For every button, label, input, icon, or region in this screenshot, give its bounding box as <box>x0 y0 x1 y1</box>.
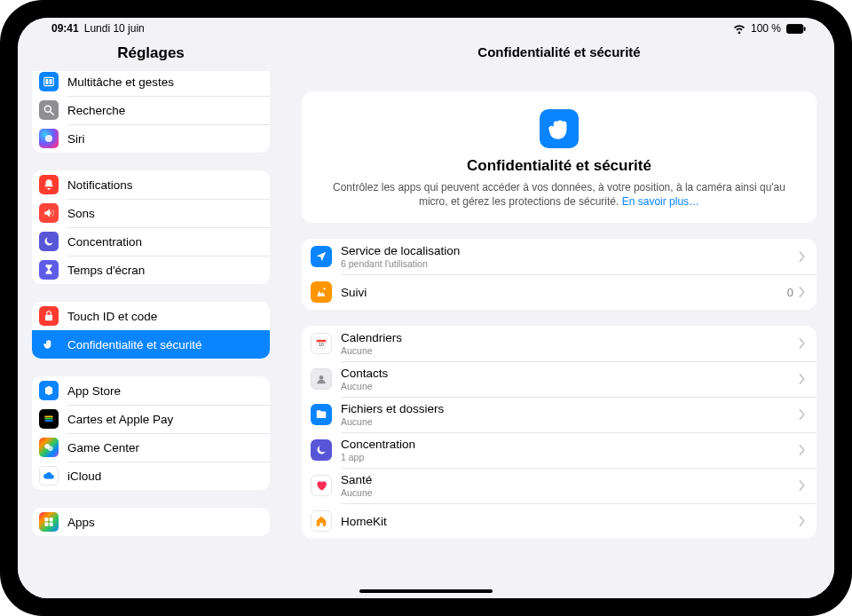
sidebar-item-label: Temps d'écran <box>67 264 145 277</box>
svg-rect-2 <box>44 77 54 85</box>
row-value: 0 <box>787 286 793 299</box>
sidebar-group: Multitâche et gestesRechercheSiri <box>32 71 270 153</box>
svg-rect-0 <box>786 24 802 33</box>
sidebar-item[interactable]: Temps d'écran <box>32 256 270 284</box>
chevron-right-icon <box>799 480 806 491</box>
svg-point-18 <box>323 288 325 290</box>
heart-icon <box>311 475 332 496</box>
folder-icon <box>311 404 332 425</box>
sidebar-item[interactable]: Apps <box>32 508 270 536</box>
hero-desc-text: Contrôlez les apps qui peuvent accéder à… <box>333 181 785 208</box>
appstore-icon <box>39 381 59 400</box>
sidebar-item[interactable]: Game Center <box>32 433 270 462</box>
list-row[interactable]: Fichiers et dossiersAucune <box>302 397 816 432</box>
sidebar-item-label: Sons <box>67 207 95 220</box>
list-row[interactable]: SantéAucune <box>302 468 816 503</box>
home-icon <box>311 510 332 532</box>
sidebar-item[interactable]: Siri <box>32 124 270 153</box>
device-frame: 09:41 Lundi 10 juin 100 % Réglages Multi… <box>0 0 852 616</box>
sidebar-item-label: Multitâche et gestes <box>67 75 174 89</box>
svg-rect-4 <box>50 79 52 84</box>
home-indicator[interactable] <box>359 589 493 593</box>
chevron-right-icon <box>799 516 806 526</box>
sidebar-item[interactable]: Touch ID et code <box>32 302 270 330</box>
row-subtitle: Aucune <box>341 487 799 498</box>
svg-text:10: 10 <box>319 342 324 347</box>
svg-rect-9 <box>44 416 52 418</box>
sidebar-item[interactable]: Multitâche et gestes <box>32 71 270 96</box>
svg-point-7 <box>45 135 52 142</box>
row-subtitle: Aucune <box>341 416 799 427</box>
tracking-icon <box>311 281 332 303</box>
svg-line-6 <box>51 112 54 115</box>
status-bar: 09:41 Lundi 10 juin 100 % <box>18 18 834 39</box>
svg-rect-11 <box>44 420 52 422</box>
row-subtitle: Aucune <box>341 345 799 356</box>
moon-icon <box>311 439 332 461</box>
status-time: 09:41 <box>51 22 79 35</box>
section-location: Service de localisation6 pendant l'utili… <box>302 239 816 310</box>
chevron-right-icon <box>799 445 806 455</box>
siri-icon <box>39 129 59 148</box>
search-icon <box>39 100 59 120</box>
sidebar: Réglages Multitâche et gestesRechercheSi… <box>18 39 284 598</box>
screen: 09:41 Lundi 10 juin 100 % Réglages Multi… <box>18 18 834 598</box>
sidebar-group: NotificationsSonsConcentrationTemps d'éc… <box>32 170 270 284</box>
gamecenter-icon <box>39 438 59 457</box>
contacts-icon <box>311 368 332 390</box>
sidebar-item[interactable]: iCloud <box>32 462 270 490</box>
svg-point-13 <box>48 446 53 451</box>
sidebar-group: Touch ID et codeConfidentialité et sécur… <box>32 302 270 359</box>
sidebar-group: Apps <box>32 508 270 536</box>
row-label: Suivi <box>341 286 787 299</box>
hero-card: Confidentialité et sécurité Contrôlez le… <box>302 91 816 223</box>
sidebar-item[interactable]: Concentration <box>32 227 270 256</box>
main-panel: Confidentialité et sécurité Confidential… <box>284 39 834 598</box>
sidebar-item[interactable]: Cartes et Apple Pay <box>32 405 270 433</box>
sidebar-item-label: Recherche <box>67 104 125 117</box>
sidebar-item-label: Concentration <box>67 235 142 249</box>
sidebar-item-label: iCloud <box>67 470 101 483</box>
sidebar-item-label: App Store <box>67 384 121 398</box>
sidebar-item[interactable]: Notifications <box>32 170 270 199</box>
list-row[interactable]: HomeKit <box>302 503 816 539</box>
chevron-right-icon <box>799 287 806 297</box>
location-icon <box>311 246 332 267</box>
hourglass-icon <box>39 260 59 280</box>
status-battery-text: 100 % <box>751 22 781 35</box>
hand-icon <box>39 335 59 354</box>
main-title: Confidentialité et sécurité <box>284 39 834 68</box>
row-label: Contacts <box>341 367 799 380</box>
list-row[interactable]: ContactsAucune <box>302 361 816 397</box>
apps-icon <box>39 512 59 532</box>
wallet-icon <box>39 409 59 429</box>
cloud-icon <box>39 466 59 486</box>
sidebar-item[interactable]: Recherche <box>32 96 270 124</box>
svg-rect-14 <box>44 517 48 521</box>
row-label: HomeKit <box>341 515 799 528</box>
calendar-icon: 10 <box>311 333 332 354</box>
row-label: Santé <box>341 473 799 486</box>
chevron-right-icon <box>799 409 806 420</box>
list-row[interactable]: Service de localisation6 pendant l'utili… <box>302 239 816 274</box>
sidebar-item-label: Touch ID et code <box>67 310 157 323</box>
sidebar-item[interactable]: Confidentialité et sécurité <box>32 330 270 359</box>
learn-more-link[interactable]: En savoir plus… <box>622 195 699 208</box>
sidebar-item[interactable]: Sons <box>32 199 270 227</box>
row-label: Calendriers <box>341 331 799 344</box>
hero-description: Contrôlez les apps qui peuvent accéder à… <box>318 180 801 209</box>
sidebar-item-label: Confidentialité et sécurité <box>67 338 202 351</box>
svg-rect-8 <box>45 315 52 320</box>
svg-rect-3 <box>46 79 49 84</box>
sidebar-item-label: Game Center <box>67 441 139 454</box>
section-data-access: 10CalendriersAucuneContactsAucuneFichier… <box>302 326 816 539</box>
row-label: Concentration <box>341 438 799 451</box>
svg-point-22 <box>320 375 324 380</box>
list-row[interactable]: Concentration1 app <box>302 432 816 468</box>
multitask-icon <box>39 72 59 91</box>
sidebar-item[interactable]: App Store <box>32 376 270 405</box>
list-row[interactable]: Suivi0 <box>302 274 816 310</box>
hand-icon <box>540 109 579 148</box>
list-row[interactable]: 10CalendriersAucune <box>302 326 816 361</box>
hero-title: Confidentialité et sécurité <box>318 157 801 175</box>
